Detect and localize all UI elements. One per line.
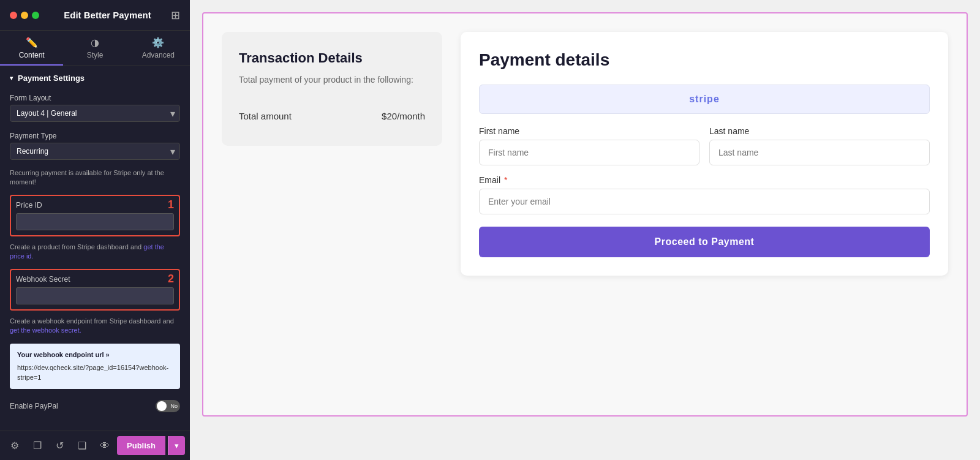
payment-title: Payment details (479, 50, 930, 70)
email-label: Email * (479, 175, 930, 185)
settings-icon[interactable]: ⚙ (5, 435, 25, 457)
payment-type-select[interactable]: Recurring (10, 143, 180, 160)
price-id-input[interactable] (16, 213, 174, 230)
style-tab-icon: ◑ (91, 37, 99, 48)
close-window-button[interactable] (10, 12, 17, 19)
webhook-info-box: Your webhook endpoint url » https://dev.… (10, 344, 180, 389)
last-name-label: Last name (709, 126, 930, 136)
first-name-group: First name (479, 126, 699, 165)
webhook-number-badge: 2 (168, 273, 174, 285)
sidebar-title: Edit Better Payment (64, 10, 151, 20)
transaction-row-value: $20/month (382, 111, 425, 121)
transaction-card: Transaction Details Total payment of you… (222, 32, 442, 146)
price-id-helper: Create a product from Stripe dashboard a… (0, 240, 190, 265)
webhook-secret-section: 2 Webhook Secret (10, 269, 180, 311)
stripe-button[interactable]: stripe (479, 85, 930, 114)
payment-type-group: Payment Type Recurring (0, 128, 190, 164)
email-input[interactable] (479, 189, 930, 214)
section-title: Payment Settings (18, 74, 85, 83)
webhook-secret-label: Webhook Secret (16, 275, 174, 284)
style-tab-label: Style (87, 51, 104, 59)
content-tab-icon: ✏️ (26, 37, 38, 48)
sidebar-header: Edit Better Payment ⊞ (0, 0, 190, 31)
webhook-helper-link[interactable]: get the webhook secret. (10, 326, 81, 334)
webhook-helper: Create a webhook endpoint from Stripe da… (0, 314, 190, 339)
webhook-secret-input[interactable] (16, 287, 174, 304)
section-collapse-icon: ▾ (10, 75, 13, 81)
price-id-section: 1 Price ID (10, 195, 180, 236)
preview-icon[interactable]: 👁 (94, 435, 115, 457)
bottom-toolbar: ⚙ ❐ ↺ ❑ 👁 Publish ▾ (0, 431, 190, 460)
tab-content[interactable]: ✏️ Content (0, 31, 63, 66)
form-layout-select[interactable]: Layout 4 | General (10, 105, 180, 122)
form-layout-select-wrapper: Layout 4 | General (10, 105, 180, 122)
history-icon[interactable]: ↺ (50, 435, 70, 457)
price-id-number-badge: 1 (168, 198, 174, 211)
tab-navigation: ✏️ Content ◑ Style ⚙️ Advanced (0, 31, 190, 66)
grid-icon[interactable]: ⊞ (171, 9, 180, 22)
webhook-info-title: Your webhook endpoint url » (17, 350, 173, 360)
maximize-window-button[interactable] (32, 12, 39, 19)
minimize-window-button[interactable] (21, 12, 28, 19)
payment-type-select-wrapper: Recurring (10, 143, 180, 160)
payment-type-label: Payment Type (10, 132, 180, 140)
sidebar: Edit Better Payment ⊞ ✏️ Content ◑ Style… (0, 0, 190, 460)
email-required-mark: * (504, 175, 507, 185)
sidebar-content: ▾ Payment Settings Form Layout Layout 4 … (0, 66, 190, 460)
last-name-group: Last name (709, 126, 930, 165)
last-name-input[interactable] (709, 140, 930, 165)
tab-style[interactable]: ◑ Style (63, 31, 126, 66)
responsive-icon[interactable]: ❑ (72, 435, 92, 457)
payment-card: Payment details stripe First name Last n… (461, 32, 948, 276)
name-row: First name Last name (479, 126, 930, 165)
email-group: Email * (479, 175, 930, 214)
transaction-title: Transaction Details (239, 50, 425, 66)
publish-button[interactable]: Publish (117, 436, 165, 455)
canvas-area: Transaction Details Total payment of you… (202, 12, 968, 417)
advanced-tab-label: Advanced (142, 51, 175, 59)
webhook-info-url: https://dev.qcheck.site/?page_id=16154?w… (17, 364, 168, 382)
tab-advanced[interactable]: ⚙️ Advanced (127, 31, 190, 66)
transaction-row-label: Total amount (239, 111, 292, 121)
publish-dropdown-button[interactable]: ▾ (168, 436, 185, 455)
transaction-total-row: Total amount $20/month (239, 105, 425, 127)
first-name-input[interactable] (479, 140, 699, 165)
layers-icon[interactable]: ❐ (28, 435, 48, 457)
payment-settings-header[interactable]: ▾ Payment Settings (0, 66, 190, 90)
webhook-helper-text: Create a webhook endpoint from Stripe da… (10, 317, 174, 325)
toggle-knob (157, 401, 167, 411)
enable-paypal-label: Enable PayPal (10, 402, 58, 410)
content-tab-label: Content (19, 51, 45, 59)
form-layout-group: Form Layout Layout 4 | General (0, 90, 190, 126)
mac-window-controls (10, 12, 39, 19)
app-container: Edit Better Payment ⊞ ✏️ Content ◑ Style… (0, 0, 980, 460)
enable-paypal-toggle[interactable] (156, 400, 180, 412)
proceed-to-payment-button[interactable]: Proceed to Payment (479, 227, 930, 257)
enable-paypal-group: Enable PayPal (0, 394, 190, 418)
price-id-label: Price ID (16, 201, 174, 209)
advanced-tab-icon: ⚙️ (152, 37, 164, 48)
form-layout-label: Form Layout (10, 94, 180, 102)
transaction-subtitle: Total payment of your product in the fol… (239, 74, 425, 86)
price-id-helper-text: Create a product from Stripe dashboard a… (10, 243, 143, 251)
main-content: Transaction Details Total payment of you… (190, 0, 980, 460)
first-name-label: First name (479, 126, 699, 136)
recurring-note: Recurring payment is available for Strip… (0, 166, 190, 191)
